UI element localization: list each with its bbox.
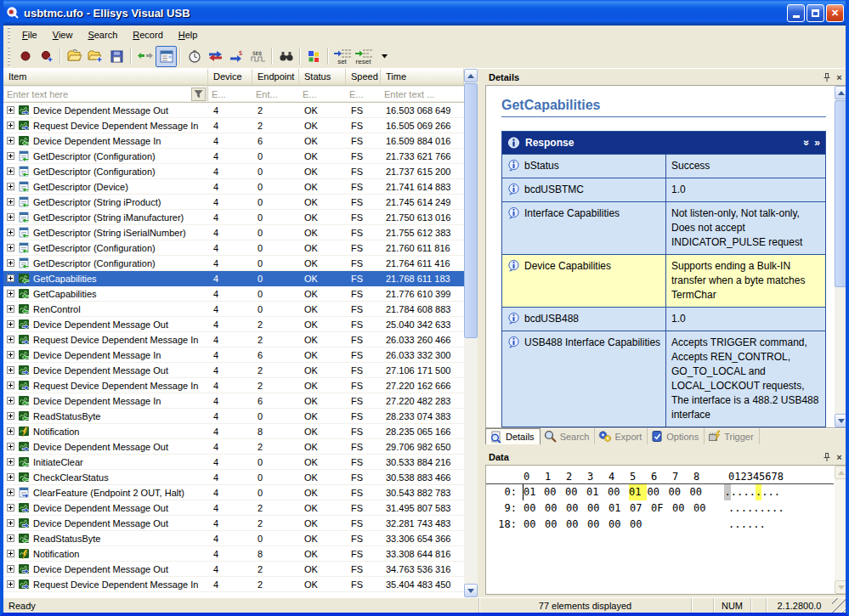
expander-plus-icon[interactable] <box>7 397 14 404</box>
menu-grip[interactable] <box>6 27 12 42</box>
hex-byte[interactable]: 01 <box>608 500 630 517</box>
record-button[interactable] <box>14 46 36 67</box>
hex-viewer[interactable]: 0123456780123456780:010000010001000000..… <box>485 465 849 595</box>
table-row[interactable]: Device Dependent Message In46OKFS27.220 … <box>3 393 464 409</box>
table-row[interactable]: GetDescriptor (Configuration)40OKFS21.76… <box>3 240 464 256</box>
expander-plus-icon[interactable] <box>7 106 14 114</box>
hex-byte[interactable]: 00 <box>672 500 693 517</box>
data-pin-icon[interactable] <box>820 450 833 463</box>
column-header-status[interactable]: Status <box>299 69 346 85</box>
table-row[interactable]: Device Dependent Message Out42OKFS34.763… <box>3 562 464 577</box>
ascii-char[interactable]: . <box>774 484 780 500</box>
expander-plus-icon[interactable] <box>7 320 14 328</box>
column-header-time[interactable]: Time <box>381 69 464 85</box>
ascii-char[interactable]: . <box>778 500 784 517</box>
expander-plus-icon[interactable] <box>7 458 14 466</box>
hex-byte[interactable]: 00 <box>630 517 651 533</box>
ascii-char[interactable]: . <box>728 500 734 517</box>
details-scroll-up[interactable] <box>835 86 848 99</box>
ascii-char[interactable]: . <box>766 500 772 517</box>
save-button[interactable] <box>106 46 127 67</box>
timing-button[interactable] <box>184 46 205 67</box>
set-marker-button[interactable]: set <box>331 46 353 67</box>
hex-byte[interactable]: 00 <box>668 484 689 500</box>
table-row[interactable]: Device Dependent Message Out42OKFS25.040… <box>3 317 464 332</box>
record-new-button[interactable] <box>36 46 57 67</box>
expander-plus-icon[interactable] <box>7 244 14 251</box>
scroll-up-button[interactable] <box>464 69 478 82</box>
tab-trigger[interactable]: Trigger <box>705 428 759 444</box>
transactions-button[interactable] <box>205 46 226 67</box>
data-close-icon[interactable]: × <box>833 450 846 463</box>
ascii-char[interactable]: . <box>747 500 753 517</box>
hex-byte[interactable]: 00 <box>545 500 566 517</box>
details-scrollbar[interactable] <box>835 86 848 427</box>
ascii-char[interactable]: . <box>753 517 759 533</box>
table-row[interactable]: GetDescriptor (String iManufacturer)40OK… <box>3 210 464 225</box>
table-row[interactable]: Request Device Dependent Message In42OKF… <box>3 332 464 348</box>
ascii-char[interactable]: . <box>741 500 747 517</box>
expander-plus-icon[interactable] <box>7 504 14 511</box>
menu-search[interactable]: Search <box>80 27 125 42</box>
hex-byte[interactable]: 01 <box>523 484 544 500</box>
expander-plus-icon[interactable] <box>7 122 14 129</box>
table-row[interactable]: Notification48OKFS28.235 065 166 <box>3 424 464 439</box>
maximize-button[interactable] <box>807 4 824 22</box>
expander-plus-icon[interactable] <box>7 229 14 236</box>
expand-icon[interactable]: » <box>814 137 820 149</box>
ascii-char[interactable]: . <box>731 484 737 500</box>
sequences-button[interactable]: S <box>226 46 247 67</box>
table-row[interactable]: Device Dependent Message Out42OKFS16.503… <box>3 103 464 118</box>
column-header-device[interactable]: Device <box>208 69 252 85</box>
table-row[interactable]: GetDescriptor (Configuration)40OKFS21.73… <box>3 164 464 179</box>
hex-byte[interactable]: 00 <box>647 484 668 500</box>
expander-plus-icon[interactable] <box>7 259 14 267</box>
hex-byte[interactable]: 00 <box>544 484 565 500</box>
find-button[interactable] <box>275 46 297 67</box>
instant-view-button[interactable] <box>156 46 177 67</box>
table-row[interactable]: GetCapabilities40OKFS21.776 610 399 <box>3 286 464 302</box>
table-row[interactable]: ReadStatusByte40OKFS33.306 654 366 <box>3 531 464 546</box>
table-row[interactable]: GetCapabilities40OKFS21.768 611 183 <box>3 271 464 286</box>
expander-plus-icon[interactable] <box>7 565 14 573</box>
expander-plus-icon[interactable] <box>7 152 14 160</box>
hex-byte[interactable]: 0F <box>651 500 672 517</box>
collapse-all-icon[interactable]: » <box>801 140 812 146</box>
menu-help[interactable]: Help <box>171 27 206 42</box>
expander-plus-icon[interactable] <box>7 290 14 297</box>
ascii-char[interactable]: . <box>737 484 743 500</box>
vertical-splitter[interactable] <box>478 69 485 597</box>
column-header-speed[interactable]: Speed <box>346 69 381 85</box>
table-row[interactable]: ClearFeature (Endpoint 2 OUT, Halt)40OKF… <box>3 485 464 500</box>
tab-details[interactable]: Details <box>485 428 541 444</box>
expander-plus-icon[interactable] <box>7 366 14 374</box>
ascii-char[interactable]: . <box>759 500 765 517</box>
expander-plus-icon[interactable] <box>7 198 14 206</box>
hex-byte[interactable]: 00 <box>608 484 629 500</box>
menu-file[interactable]: File <box>14 27 45 42</box>
hex-byte[interactable]: 00 <box>565 484 586 500</box>
hex-byte[interactable]: 00 <box>566 517 587 533</box>
ascii-char[interactable]: . <box>724 484 730 500</box>
hex-byte[interactable]: 01 <box>586 484 608 500</box>
ascii-char[interactable]: . <box>768 484 774 500</box>
table-row[interactable]: Device Dependent Message Out42OKFS32.281… <box>3 516 464 531</box>
open-add-button[interactable] <box>85 46 106 67</box>
ascii-char[interactable]: . <box>728 517 734 533</box>
close-button[interactable]: ✕ <box>826 4 844 22</box>
resize-grip[interactable] <box>832 598 846 613</box>
column-header-item[interactable]: Item <box>3 69 208 85</box>
legend-button[interactable] <box>303 46 325 67</box>
table-row[interactable]: Request Device Dependent Message In42OKF… <box>3 577 464 592</box>
table-row[interactable]: Request Device Dependent Message In42OKF… <box>3 378 464 393</box>
expander-plus-icon[interactable] <box>7 534 14 542</box>
expander-plus-icon[interactable] <box>7 443 14 450</box>
hex-byte[interactable]: 00 <box>689 484 710 500</box>
ascii-char[interactable]: . <box>753 500 759 517</box>
hex-byte[interactable]: 00 <box>566 500 587 517</box>
hex-byte[interactable]: 00 <box>693 500 715 517</box>
open-button[interactable] <box>64 46 85 67</box>
hex-byte[interactable]: 00 <box>587 517 608 533</box>
ascii-char[interactable]: . <box>772 500 778 517</box>
ascii-char[interactable]: . <box>734 517 740 533</box>
